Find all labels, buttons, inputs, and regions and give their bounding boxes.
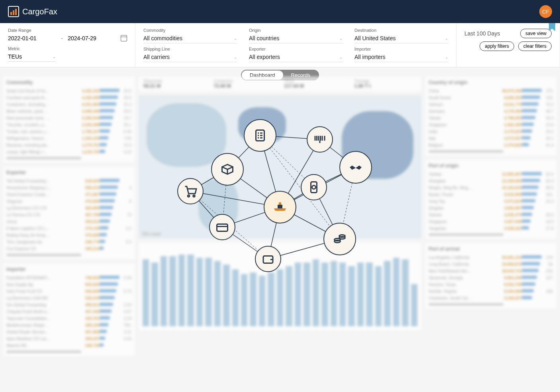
scrollbar[interactable] <box>429 303 503 306</box>
table-row[interactable]: Cns Express CO345,214 <box>6 245 131 252</box>
table-row[interactable]: Long Beach, California19,858,87656. <box>429 261 554 268</box>
table-row[interactable]: Los Angeles, California20,081,210124. <box>429 254 554 261</box>
table-row[interactable]: Refrigerators, freezer…1,352,2307.85 <box>6 135 131 142</box>
chart-bar[interactable] <box>331 261 337 326</box>
importer-filter[interactable]: Importer All importers⌄ <box>354 47 448 62</box>
brand-logo[interactable]: CargoFax <box>8 6 57 17</box>
world-map[interactable]: TEU count <box>139 95 421 239</box>
table-row[interactable]: Xiamen3,635,37020.0 <box>429 212 554 218</box>
table-row[interactable]: Belgium2,479,80241.4 <box>429 142 554 149</box>
table-row[interactable]: Dole Fresh Fruit CO645,8496.73 <box>6 288 131 295</box>
table-row[interactable]: Beijing Kang Jie Kong …376,008 <box>6 232 131 239</box>
table-row[interactable]: New York/Newark Are…18,644,741225. <box>429 268 554 274</box>
table-row[interactable]: Shanghai12,209,66682.0 <box>429 178 554 184</box>
calendar-icon[interactable] <box>121 35 127 41</box>
table-row[interactable]: Seats (not those of he…4,432,33120.5 <box>6 88 131 94</box>
chart-bar[interactable] <box>241 274 247 326</box>
table-row[interactable]: India3,175,82334.2 <box>429 128 554 135</box>
chart-bar[interactable] <box>348 266 354 326</box>
table-row[interactable]: Yangshan2,928,42227.6 <box>429 225 554 232</box>
chart-bar[interactable] <box>277 269 283 326</box>
chart-bar[interactable] <box>169 256 176 326</box>
table-row[interactable]: Charleston, South Car…5,240,837 <box>429 295 554 302</box>
teu-bar-chart[interactable] <box>139 243 421 330</box>
table-row[interactable]: Containers, (including…4,201,99322.3 <box>6 101 131 108</box>
table-row[interactable]: New pneumatic tyres, …2,360,54416.7 <box>6 115 131 122</box>
commodity-filter[interactable]: Commodity All commodities⌄ <box>143 28 237 43</box>
table-row[interactable]: Tricycles, scooters, p…2,030,49825.1 <box>6 122 131 128</box>
table-row[interactable]: Thor Joergensen As349,7799.3 <box>6 239 131 245</box>
table-row[interactable]: Bananas, including pla…1,279,70115.0 <box>6 142 131 149</box>
table-row[interactable]: Topocean Consolidatio…420,7613.24 <box>6 315 131 322</box>
scrollbar[interactable] <box>429 150 503 153</box>
chart-bar[interactable] <box>313 259 319 326</box>
scrollbar[interactable] <box>429 233 503 236</box>
table-row[interactable]: Lg Electronics CO LTD464,890 <box>6 205 131 212</box>
clear-filters-button[interactable]: clear filters <box>518 41 552 51</box>
table-row[interactable]: Ningbo, Ning Bo, Ning…10,183,83469.5 <box>429 184 554 191</box>
table-row[interactable]: Orient Express Contai…471,967 <box>6 191 131 198</box>
chart-bar[interactable] <box>375 266 382 326</box>
chart-bar[interactable] <box>357 263 364 326</box>
table-row[interactable]: Norfolk, Virginia8,264,084106. <box>429 288 554 295</box>
chart-bar[interactable] <box>250 272 256 326</box>
destination-filter[interactable]: Destination All United States⌄ <box>354 28 448 43</box>
chart-bar[interactable] <box>161 256 167 326</box>
table-row[interactable]: Vietnam8,531,77976.2 <box>429 101 554 108</box>
table-row[interactable]: Global Ehado Service…367,9582.31 <box>6 329 131 335</box>
date-start-input[interactable]: 2022-01-01 <box>8 33 56 43</box>
chart-bar[interactable] <box>178 255 185 326</box>
chart-bar[interactable] <box>402 259 408 326</box>
chart-bar[interactable] <box>295 263 301 326</box>
chart-bar[interactable] <box>321 263 328 326</box>
table-row[interactable]: Jonoy393,812 <box>6 218 131 225</box>
table-row[interactable]: Houston, Texas8,552,709 <box>429 281 554 288</box>
table-row[interactable]: Drs Global Forwarding490,9112.93 <box>6 302 131 308</box>
chart-bar[interactable] <box>268 272 274 326</box>
chart-bar[interactable] <box>151 263 158 326</box>
table-row[interactable]: Singapore3,462,30523.0 <box>429 122 554 128</box>
table-row[interactable]: Vung Tau4,972,82423.3 <box>429 198 554 205</box>
table-row[interactable]: China49,070,266275. <box>429 88 554 94</box>
table-row[interactable]: Mediterranean Shippi…389,184795. <box>6 322 131 329</box>
table-row[interactable]: Singapore3,457,94610.0 <box>429 218 554 225</box>
scrollbar[interactable] <box>6 351 81 353</box>
table-row[interactable]: Motor vehicles, parts …3,409,34626.5 <box>6 108 131 115</box>
table-row[interactable]: Expeditors INTERNATI…740,8325.34 <box>6 274 131 281</box>
scrollbar[interactable] <box>6 157 81 159</box>
table-row[interactable]: South Korea8,838,303126. <box>429 94 554 101</box>
table-row[interactable]: Furniture and parts th…4,428,48520.5 <box>6 94 131 101</box>
chart-bar[interactable] <box>286 266 292 326</box>
chart-bar[interactable] <box>259 276 265 326</box>
table-row[interactable]: Yantian12,892,80782.5 <box>429 171 554 178</box>
chart-bar[interactable] <box>214 261 221 326</box>
table-row[interactable]: Savannah, Georgia9,891,540107. <box>429 274 554 281</box>
table-row[interactable]: Qingdao3,802,897 <box>429 205 554 212</box>
chart-bar[interactable] <box>393 258 399 326</box>
table-row[interactable]: Italy2,573,05720.1 <box>429 135 554 142</box>
date-end-input[interactable]: 2024-07-29 <box>68 33 116 43</box>
origin-filter[interactable]: Origin All countries⌄ <box>249 28 343 43</box>
scrollbar[interactable] <box>6 254 81 256</box>
chart-bar[interactable] <box>143 259 149 326</box>
chart-bar[interactable] <box>196 258 203 326</box>
chart-bar[interactable] <box>303 263 310 326</box>
exporter-filter[interactable]: Exporter All exporters⌄ <box>249 47 343 62</box>
chart-bar[interactable] <box>384 261 390 326</box>
table-row[interactable]: Maersk INC348,730 <box>6 342 131 349</box>
chart-bar[interactable] <box>411 284 417 326</box>
chart-bar[interactable] <box>232 269 239 326</box>
chart-bar[interactable] <box>223 265 229 326</box>
table-row[interactable]: Taiwan3,788,05534.3 <box>429 115 554 122</box>
table-row[interactable]: Chiquita Fresh North a…457,3454.07 <box>6 308 131 315</box>
chart-bar[interactable] <box>366 263 372 326</box>
save-view-button[interactable]: save view <box>520 29 552 38</box>
user-avatar[interactable]: CF <box>539 5 552 18</box>
metric-select[interactable]: TEUs ⌄ <box>8 52 56 62</box>
chart-bar[interactable] <box>339 263 346 326</box>
table-row[interactable]: K Apex Logistics CO L…379,1492.2 <box>6 225 131 232</box>
table-row[interactable]: Toll Global Forwarding…518,024 <box>6 178 131 184</box>
table-row[interactable]: Ikea Supply Ag693,820 <box>6 281 131 288</box>
table-row[interactable]: Busan, Pusan9,525,908101. <box>429 191 554 198</box>
shipping-line-filter[interactable]: Shipping Line All carriers⌄ <box>143 47 237 62</box>
